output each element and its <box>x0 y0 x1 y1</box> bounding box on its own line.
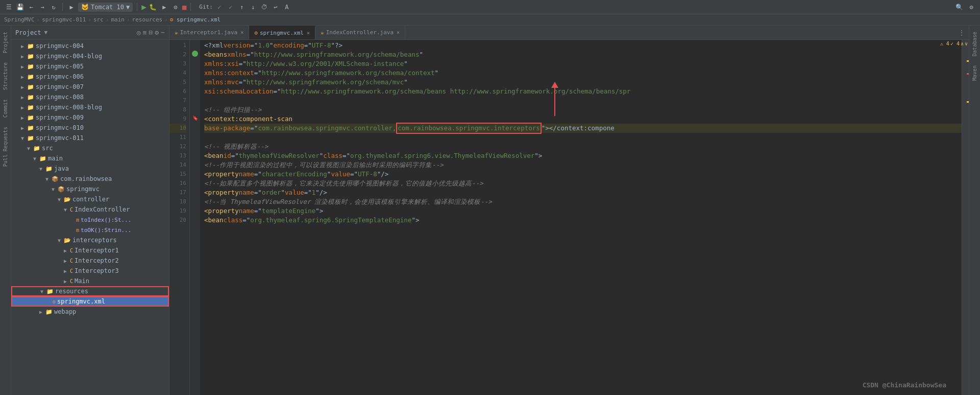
tree-item-springmvc-xml[interactable]: ⚙ springmvc.xml <box>11 296 169 307</box>
tree-item-com-rainbowsea[interactable]: ▼ 📦 com.rainbowsea <box>11 174 169 184</box>
code-line-14: <!--作用于视图渲染的过程中，可以设置视图渲染后输出时采用的编码字符集--> <box>204 160 962 170</box>
tree-item-webapp[interactable]: ▶ 📁 webapp <box>11 307 169 317</box>
tree-item-toindex[interactable]: m toIndex():St... <box>11 215 169 225</box>
breadcrumb-file: ⚙ springmvc.xml <box>170 16 220 23</box>
tree-item-took[interactable]: m toOK():Strin... <box>11 225 169 235</box>
tree-item-interceptor3[interactable]: ▶ C Interceptor3 <box>11 266 169 276</box>
breadcrumb-resources[interactable]: resources <box>132 16 163 23</box>
tab-label-interceptor1: Interceptor1.java <box>180 29 238 36</box>
sidebar-item-maven[interactable]: Maven <box>971 61 978 85</box>
tabs-menu[interactable]: ⋮ <box>954 26 969 39</box>
warning-count: ⚠ 4 <box>940 41 949 47</box>
tree-item-controller-folder[interactable]: ▼ 📂 controller <box>11 194 169 204</box>
sidebar-item-pull-requests[interactable]: Pull Requests <box>2 123 9 171</box>
breadcrumb-springmvc-011[interactable]: springmvc-011 <box>42 16 86 23</box>
tree-item-main-class[interactable]: ▶ C Main <box>11 276 169 286</box>
git-history[interactable]: ⏱ <box>260 3 269 12</box>
sort-icon[interactable]: ≡ <box>143 29 147 36</box>
code-content[interactable]: <?xml version="1.0" encoding="UTF-8"?> <… <box>200 40 962 395</box>
panel-header-icons: ◎ ≡ ⊟ ⚙ − <box>137 29 165 36</box>
editor-tabs: ☕ Interceptor1.java × ⚙ springmvc.xml × … <box>169 26 969 40</box>
tree-item-springmvc-010[interactable]: ▶ 📁 springmvc-010 <box>11 123 169 133</box>
sync-icon[interactable]: ↻ <box>49 3 58 12</box>
stop-button[interactable]: ■ <box>182 3 186 11</box>
tree-item-springmvc-006[interactable]: ▶ 📁 springmvc-006 <box>11 72 169 82</box>
code-line-13: <bean id="thymeleafViewResolver" class="… <box>204 151 962 160</box>
project-tree: ▶ 📁 springmvc-004 ▶ 📁 springmvc-004-blog… <box>11 40 169 395</box>
sidebar-item-database[interactable]: Database <box>971 28 978 60</box>
tree-item-springmvc-pkg[interactable]: ▼ 📦 springmvc <box>11 184 169 194</box>
run-config-label: Tomcat 10 <box>91 4 124 11</box>
git-translate[interactable]: A <box>282 3 291 12</box>
forward-icon[interactable]: → <box>38 3 47 12</box>
tree-item-springmvc-004-blog[interactable]: ▶ 📁 springmvc-004-blog <box>11 51 169 61</box>
tree-item-java[interactable]: ▼ 📁 java <box>11 164 169 174</box>
git-update[interactable]: ↑ <box>237 3 247 12</box>
breadcrumb-springmvc[interactable]: SpringMVC <box>4 16 35 23</box>
expand-btn[interactable]: ∧ <box>961 41 964 47</box>
back-icon[interactable]: ← <box>27 3 36 12</box>
checkmark-count: ✓ 4 <box>950 41 960 47</box>
search-everywhere-icon[interactable]: 🔍 <box>954 3 964 12</box>
sep3 <box>190 3 191 11</box>
coverage-button[interactable]: ▶ <box>160 3 169 12</box>
editor-gutter: 🔖 <box>190 40 200 395</box>
settings-panel-icon[interactable]: ⚙ <box>155 29 159 36</box>
xml-icon: ⚙ <box>254 30 258 36</box>
sidebar-item-project[interactable]: Project <box>2 28 9 57</box>
run-button[interactable]: ▶ <box>141 2 146 12</box>
panel-dropdown[interactable]: ▼ <box>44 29 48 36</box>
tab-close-interceptor1[interactable]: × <box>240 30 243 35</box>
tab-indexcontroller[interactable]: ☕ IndexController.java × <box>315 26 405 39</box>
menu-icon[interactable]: ☰ <box>4 3 13 12</box>
collapse-btn[interactable]: ∨ <box>965 41 968 47</box>
run-configuration[interactable]: 🐱 Tomcat 10 ▼ <box>78 3 133 12</box>
tree-item-springmvc-009[interactable]: ▶ 📁 springmvc-009 <box>11 112 169 123</box>
tree-item-springmvc-005[interactable]: ▶ 📁 springmvc-005 <box>11 61 169 72</box>
breadcrumb-main[interactable]: main <box>111 16 125 23</box>
sidebar-item-commit[interactable]: Commit <box>2 95 9 122</box>
tree-item-springmvc-011[interactable]: ▼ 📁 springmvc-011 <box>11 133 169 143</box>
tree-item-resources[interactable]: ▼ 📁 resources <box>11 286 169 296</box>
git-revert[interactable]: ↩ <box>271 3 280 12</box>
highlighted-package: com.rainbowsea.springmvc.interceptors <box>396 123 541 134</box>
tab-close-springmvc-xml[interactable]: × <box>307 30 310 36</box>
tree-item-main[interactable]: ▼ 📁 main <box>11 153 169 164</box>
locate-icon[interactable]: ◎ <box>137 29 141 36</box>
left-side-tabs: Project Structure Commit Pull Requests <box>0 26 11 395</box>
debug-button[interactable]: 🐛 <box>149 3 158 12</box>
tree-item-src[interactable]: ▼ 📁 src <box>11 143 169 153</box>
git-push[interactable]: ↓ <box>249 3 258 12</box>
code-line-19: <property name="templateEngine"> <box>204 206 962 216</box>
git-checkmark2[interactable]: ✓ <box>226 3 235 12</box>
tree-item-springmvc-008-blog[interactable]: ▶ 📁 springmvc-008-blog <box>11 102 169 112</box>
collapse-all-icon[interactable]: ⊟ <box>149 29 153 36</box>
code-line-12: <!-- 视图解析器--> <box>204 142 962 151</box>
code-line-2: <beans xmlns="http://www.springframework… <box>204 50 962 59</box>
toolbar-right: 🔍 ⚙ <box>954 3 976 12</box>
tab-interceptor1[interactable]: ☕ Interceptor1.java × <box>169 26 249 39</box>
close-panel-icon[interactable]: − <box>161 29 165 36</box>
right-side-panels: Database Maven <box>969 26 980 395</box>
code-line-11 <box>204 133 962 142</box>
code-line-7 <box>204 96 962 105</box>
code-line-6: xsi:schemaLocation="http://www.springfra… <box>204 87 962 96</box>
git-checkmark1[interactable]: ✓ <box>215 3 224 12</box>
run-type-icon[interactable]: ▶ <box>67 3 76 12</box>
tab-label-indexcontroller: IndexController.java <box>326 29 394 36</box>
tab-springmvc-xml[interactable]: ⚙ springmvc.xml × <box>249 26 315 39</box>
tree-item-springmvc-007[interactable]: ▶ 📁 springmvc-007 <box>11 82 169 92</box>
tree-item-interceptors-folder[interactable]: ▼ 📂 interceptors <box>11 235 169 245</box>
tree-item-interceptor2[interactable]: ▶ C Interceptor2 <box>11 255 169 266</box>
tree-item-interceptor1[interactable]: ▶ C Interceptor1 <box>11 245 169 255</box>
tab-close-indexcontroller[interactable]: × <box>397 30 400 35</box>
code-line-1: <?xml version="1.0" encoding="UTF-8"?> <box>204 41 962 50</box>
breadcrumb-src[interactable]: src <box>93 16 104 23</box>
tree-item-springmvc-004[interactable]: ▶ 📁 springmvc-004 <box>11 41 169 51</box>
tree-item-springmvc-008[interactable]: ▶ 📁 springmvc-008 <box>11 92 169 102</box>
settings-icon[interactable]: ⚙ <box>967 3 976 12</box>
save-icon[interactable]: 💾 <box>15 3 24 12</box>
sidebar-item-structure[interactable]: Structure <box>2 58 9 94</box>
tree-item-indexcontroller[interactable]: ▼ C IndexController <box>11 204 169 215</box>
more-run-icon[interactable]: ⚙ <box>171 3 180 12</box>
